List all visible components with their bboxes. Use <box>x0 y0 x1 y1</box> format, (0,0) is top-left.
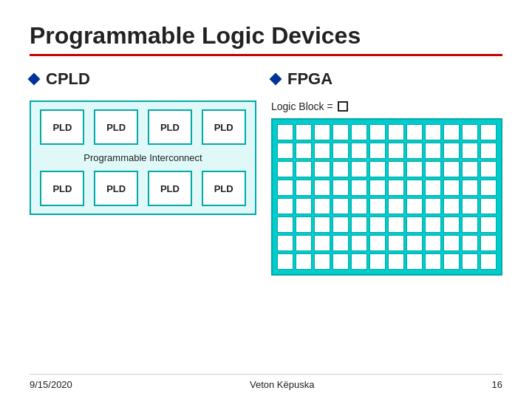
fpga-column: FPGA Logic Block = <box>271 69 502 276</box>
fpga-cell <box>388 253 404 270</box>
fpga-cell <box>332 216 349 233</box>
fpga-cell <box>462 198 478 214</box>
title-underline <box>30 54 502 56</box>
fpga-cell <box>462 124 478 140</box>
fpga-cell <box>443 216 460 233</box>
footer-author: Veton Këpuska <box>250 379 314 390</box>
fpga-cell <box>480 143 497 159</box>
fpga-grid <box>277 124 497 270</box>
pld-cell: PLD <box>148 109 192 145</box>
fpga-cell <box>443 180 460 196</box>
fpga-cell <box>425 180 441 196</box>
fpga-cell <box>443 124 460 140</box>
footer-date: 9/15/2020 <box>30 379 72 390</box>
fpga-cell <box>406 253 423 270</box>
fpga-cell <box>296 216 312 233</box>
fpga-cell <box>277 253 293 270</box>
fpga-cell <box>296 161 312 177</box>
fpga-cell <box>277 180 293 196</box>
cpld-column: CPLD PLD PLD PLD PLD Programmable Interc… <box>30 69 256 276</box>
fpga-cell <box>277 235 293 251</box>
pld-row-bottom: PLD PLD PLD PLD <box>38 171 248 206</box>
fpga-cell <box>406 180 423 196</box>
fpga-cell <box>314 143 330 159</box>
fpga-cell <box>388 180 404 196</box>
pld-cell: PLD <box>94 171 138 206</box>
fpga-cell <box>351 143 367 159</box>
logic-block-icon <box>338 101 348 112</box>
fpga-cell <box>369 143 386 159</box>
fpga-cell <box>351 235 367 251</box>
pld-cell: PLD <box>40 109 84 145</box>
fpga-cell <box>369 216 386 233</box>
fpga-cell <box>351 124 367 140</box>
fpga-cell <box>388 143 404 159</box>
fpga-cell <box>314 161 330 177</box>
cpld-title: CPLD <box>46 69 90 89</box>
fpga-cell <box>480 235 497 251</box>
pld-cell: PLD <box>202 109 246 145</box>
fpga-cell <box>332 161 349 177</box>
fpga-grid-container <box>271 118 502 276</box>
fpga-cell <box>369 161 386 177</box>
fpga-bullet <box>270 73 282 86</box>
fpga-cell <box>425 198 441 214</box>
fpga-cell <box>332 198 349 214</box>
cpld-diagram: PLD PLD PLD PLD Programmable Interconnec… <box>30 100 256 215</box>
logic-block-text: Logic Block = <box>271 100 333 112</box>
fpga-cell <box>462 143 478 159</box>
fpga-cell <box>480 216 497 233</box>
fpga-cell <box>314 180 330 196</box>
interconnect-label: Programmable Interconnect <box>38 149 248 166</box>
fpga-cell <box>443 161 460 177</box>
fpga-cell <box>462 180 478 196</box>
fpga-cell <box>369 198 386 214</box>
fpga-cell <box>332 143 349 159</box>
fpga-cell <box>332 235 349 251</box>
cpld-header: CPLD <box>30 69 256 89</box>
fpga-cell <box>388 216 404 233</box>
pld-cell: PLD <box>40 171 84 206</box>
logic-block-label: Logic Block = <box>271 100 502 112</box>
fpga-cell <box>462 235 478 251</box>
fpga-cell <box>480 253 497 270</box>
pld-row-top: PLD PLD PLD PLD <box>38 109 248 145</box>
fpga-cell <box>277 198 293 214</box>
fpga-cell <box>369 124 386 140</box>
fpga-cell <box>406 143 423 159</box>
fpga-cell <box>332 124 349 140</box>
fpga-cell <box>425 216 441 233</box>
fpga-cell <box>351 253 367 270</box>
fpga-cell <box>480 198 497 214</box>
footer-page: 16 <box>492 379 502 390</box>
fpga-cell <box>332 180 349 196</box>
fpga-cell <box>351 180 367 196</box>
fpga-cell <box>369 253 386 270</box>
fpga-cell <box>369 235 386 251</box>
fpga-cell <box>425 235 441 251</box>
fpga-cell <box>388 124 404 140</box>
fpga-cell <box>443 235 460 251</box>
fpga-cell <box>388 198 404 214</box>
fpga-cell <box>406 161 423 177</box>
fpga-cell <box>277 143 293 159</box>
fpga-cell <box>369 180 386 196</box>
fpga-cell <box>443 198 460 214</box>
fpga-cell <box>296 253 312 270</box>
fpga-cell <box>406 198 423 214</box>
fpga-header: FPGA <box>271 69 502 89</box>
fpga-cell <box>388 161 404 177</box>
fpga-cell <box>314 124 330 140</box>
fpga-cell <box>314 235 330 251</box>
fpga-cell <box>314 216 330 233</box>
pld-cell: PLD <box>148 171 192 206</box>
footer: 9/15/2020 Veton Këpuska 16 <box>30 374 502 390</box>
content-columns: CPLD PLD PLD PLD PLD Programmable Interc… <box>30 69 502 276</box>
fpga-cell <box>296 198 312 214</box>
pld-cell: PLD <box>94 109 138 145</box>
cpld-bullet <box>28 73 41 86</box>
fpga-cell <box>406 124 423 140</box>
fpga-cell <box>480 124 497 140</box>
fpga-cell <box>296 124 312 140</box>
slide: Programmable Logic Devices CPLD PLD PLD … <box>0 0 532 399</box>
